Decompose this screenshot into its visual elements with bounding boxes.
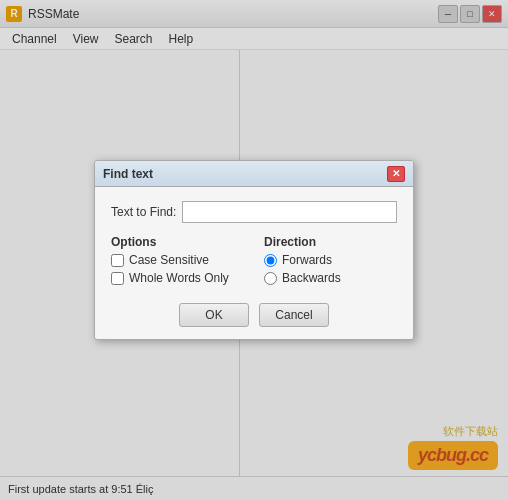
options-group: Options Case Sensitive Whole Words Only [111, 235, 244, 289]
dialog-body: Text to Find: Options Case Sensitive Who… [95, 187, 413, 339]
dialog-buttons: OK Cancel [111, 303, 397, 327]
whole-words-label[interactable]: Whole Words Only [129, 271, 229, 285]
dialog-close-button[interactable]: ✕ [387, 166, 405, 182]
backwards-radio[interactable] [264, 272, 277, 285]
case-sensitive-checkbox[interactable] [111, 254, 124, 267]
find-text-dialog: Find text ✕ Text to Find: Options Case S… [94, 160, 414, 340]
backwards-label[interactable]: Backwards [282, 271, 341, 285]
find-text-row: Text to Find: [111, 201, 397, 223]
dialog-overlay: Find text ✕ Text to Find: Options Case S… [0, 0, 508, 500]
forwards-row: Forwards [264, 253, 397, 267]
case-sensitive-row: Case Sensitive [111, 253, 244, 267]
whole-words-row: Whole Words Only [111, 271, 244, 285]
forwards-radio[interactable] [264, 254, 277, 267]
dialog-title-bar: Find text ✕ [95, 161, 413, 187]
backwards-row: Backwards [264, 271, 397, 285]
whole-words-checkbox[interactable] [111, 272, 124, 285]
options-direction-row: Options Case Sensitive Whole Words Only … [111, 235, 397, 289]
find-text-label: Text to Find: [111, 205, 176, 219]
direction-group: Direction Forwards Backwards [264, 235, 397, 289]
dialog-title: Find text [103, 167, 387, 181]
ok-button[interactable]: OK [179, 303, 249, 327]
case-sensitive-label[interactable]: Case Sensitive [129, 253, 209, 267]
find-text-input[interactable] [182, 201, 397, 223]
cancel-button[interactable]: Cancel [259, 303, 329, 327]
forwards-label[interactable]: Forwards [282, 253, 332, 267]
direction-label: Direction [264, 235, 397, 249]
options-label: Options [111, 235, 244, 249]
